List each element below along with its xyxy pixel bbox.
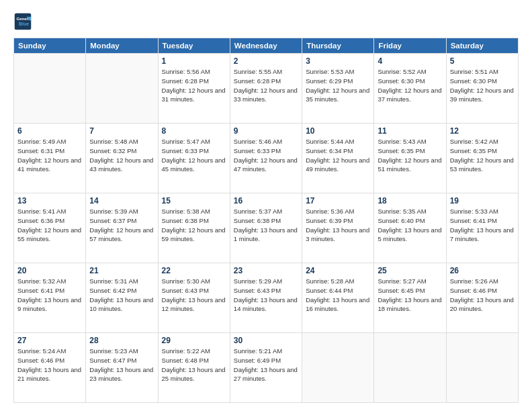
day-info: Sunrise: 5:56 AM Sunset: 6:28 PM Dayligh… bbox=[162, 67, 226, 104]
day-info: Sunrise: 5:28 AM Sunset: 6:44 PM Dayligh… bbox=[306, 277, 370, 314]
day-info: Sunrise: 5:43 AM Sunset: 6:35 PM Dayligh… bbox=[378, 137, 442, 174]
day-header-sunday: Sunday bbox=[14, 38, 86, 54]
day-info: Sunrise: 5:44 AM Sunset: 6:34 PM Dayligh… bbox=[306, 137, 370, 174]
logo: General Blue bbox=[13, 12, 35, 31]
calendar-cell: 24Sunrise: 5:28 AM Sunset: 6:44 PM Dayli… bbox=[302, 263, 374, 333]
day-info: Sunrise: 5:52 AM Sunset: 6:30 PM Dayligh… bbox=[378, 67, 442, 104]
calendar-header-row: SundayMondayTuesdayWednesdayThursdayFrid… bbox=[14, 38, 519, 54]
calendar-cell: 26Sunrise: 5:26 AM Sunset: 6:46 PM Dayli… bbox=[446, 263, 518, 333]
calendar-cell: 4Sunrise: 5:52 AM Sunset: 6:30 PM Daylig… bbox=[374, 54, 446, 124]
day-info: Sunrise: 5:30 AM Sunset: 6:43 PM Dayligh… bbox=[162, 277, 226, 314]
day-info: Sunrise: 5:33 AM Sunset: 6:41 PM Dayligh… bbox=[450, 207, 515, 244]
day-info: Sunrise: 5:51 AM Sunset: 6:30 PM Dayligh… bbox=[450, 67, 515, 104]
day-number: 8 bbox=[162, 126, 226, 136]
calendar-cell: 10Sunrise: 5:44 AM Sunset: 6:34 PM Dayli… bbox=[302, 124, 374, 193]
calendar-cell: 25Sunrise: 5:27 AM Sunset: 6:45 PM Dayli… bbox=[374, 263, 446, 333]
day-info: Sunrise: 5:24 AM Sunset: 6:46 PM Dayligh… bbox=[17, 347, 82, 383]
day-info: Sunrise: 5:32 AM Sunset: 6:41 PM Dayligh… bbox=[17, 277, 82, 314]
calendar-week-4: 20Sunrise: 5:32 AM Sunset: 6:41 PM Dayli… bbox=[14, 263, 519, 333]
day-info: Sunrise: 5:36 AM Sunset: 6:39 PM Dayligh… bbox=[306, 207, 370, 244]
calendar-cell: 28Sunrise: 5:23 AM Sunset: 6:47 PM Dayli… bbox=[86, 333, 158, 403]
day-number: 15 bbox=[162, 196, 226, 205]
calendar-week-2: 6Sunrise: 5:49 AM Sunset: 6:31 PM Daylig… bbox=[14, 124, 519, 193]
calendar-cell: 22Sunrise: 5:30 AM Sunset: 6:43 PM Dayli… bbox=[158, 263, 230, 333]
day-info: Sunrise: 5:22 AM Sunset: 6:48 PM Dayligh… bbox=[162, 347, 226, 383]
day-number: 3 bbox=[306, 56, 370, 66]
day-header-wednesday: Wednesday bbox=[230, 38, 302, 54]
day-number: 5 bbox=[450, 56, 515, 66]
day-number: 1 bbox=[162, 56, 226, 66]
calendar-cell: 29Sunrise: 5:22 AM Sunset: 6:48 PM Dayli… bbox=[158, 333, 230, 403]
day-number: 21 bbox=[89, 266, 154, 275]
calendar-cell: 23Sunrise: 5:29 AM Sunset: 6:43 PM Dayli… bbox=[230, 263, 302, 333]
day-number: 18 bbox=[378, 196, 442, 205]
svg-text:Blue: Blue bbox=[19, 21, 29, 26]
calendar-week-5: 27Sunrise: 5:24 AM Sunset: 6:46 PM Dayli… bbox=[14, 333, 519, 403]
day-info: Sunrise: 5:53 AM Sunset: 6:29 PM Dayligh… bbox=[306, 67, 370, 104]
day-info: Sunrise: 5:35 AM Sunset: 6:40 PM Dayligh… bbox=[378, 207, 442, 244]
day-number: 29 bbox=[162, 336, 226, 345]
day-number: 9 bbox=[234, 126, 298, 136]
calendar-cell: 17Sunrise: 5:36 AM Sunset: 6:39 PM Dayli… bbox=[302, 193, 374, 263]
day-number: 10 bbox=[306, 126, 370, 136]
day-number: 4 bbox=[378, 56, 442, 66]
day-number: 20 bbox=[17, 266, 82, 275]
calendar-cell bbox=[374, 333, 446, 403]
calendar-cell: 16Sunrise: 5:37 AM Sunset: 6:38 PM Dayli… bbox=[230, 193, 302, 263]
day-info: Sunrise: 5:26 AM Sunset: 6:46 PM Dayligh… bbox=[450, 277, 515, 314]
calendar-cell: 18Sunrise: 5:35 AM Sunset: 6:40 PM Dayli… bbox=[374, 193, 446, 263]
calendar-cell: 3Sunrise: 5:53 AM Sunset: 6:29 PM Daylig… bbox=[302, 54, 374, 124]
calendar-cell: 9Sunrise: 5:46 AM Sunset: 6:33 PM Daylig… bbox=[230, 124, 302, 193]
day-number: 16 bbox=[234, 196, 298, 205]
day-info: Sunrise: 5:27 AM Sunset: 6:45 PM Dayligh… bbox=[378, 277, 442, 314]
calendar-cell bbox=[14, 54, 86, 124]
calendar-cell: 27Sunrise: 5:24 AM Sunset: 6:46 PM Dayli… bbox=[14, 333, 86, 403]
calendar-cell: 20Sunrise: 5:32 AM Sunset: 6:41 PM Dayli… bbox=[14, 263, 86, 333]
day-number: 24 bbox=[306, 266, 370, 275]
day-info: Sunrise: 5:46 AM Sunset: 6:33 PM Dayligh… bbox=[234, 137, 298, 174]
day-header-monday: Monday bbox=[86, 38, 158, 54]
calendar-cell bbox=[302, 333, 374, 403]
day-number: 27 bbox=[17, 336, 82, 345]
calendar-cell: 15Sunrise: 5:38 AM Sunset: 6:38 PM Dayli… bbox=[158, 193, 230, 263]
header: General Blue bbox=[13, 12, 519, 31]
calendar-cell: 14Sunrise: 5:39 AM Sunset: 6:37 PM Dayli… bbox=[86, 193, 158, 263]
calendar-cell: 2Sunrise: 5:55 AM Sunset: 6:28 PM Daylig… bbox=[230, 54, 302, 124]
calendar-week-3: 13Sunrise: 5:41 AM Sunset: 6:36 PM Dayli… bbox=[14, 193, 519, 263]
calendar: SundayMondayTuesdayWednesdayThursdayFrid… bbox=[13, 38, 519, 403]
day-number: 28 bbox=[89, 336, 154, 345]
calendar-cell bbox=[86, 54, 158, 124]
day-number: 25 bbox=[378, 266, 442, 275]
day-info: Sunrise: 5:41 AM Sunset: 6:36 PM Dayligh… bbox=[17, 207, 82, 244]
day-number: 2 bbox=[234, 56, 298, 66]
calendar-cell: 19Sunrise: 5:33 AM Sunset: 6:41 PM Dayli… bbox=[446, 193, 518, 263]
logo-icon: General Blue bbox=[13, 12, 32, 31]
calendar-week-1: 1Sunrise: 5:56 AM Sunset: 6:28 PM Daylig… bbox=[14, 54, 519, 124]
day-info: Sunrise: 5:47 AM Sunset: 6:33 PM Dayligh… bbox=[162, 137, 226, 174]
calendar-cell: 1Sunrise: 5:56 AM Sunset: 6:28 PM Daylig… bbox=[158, 54, 230, 124]
day-number: 14 bbox=[89, 196, 154, 205]
day-number: 22 bbox=[162, 266, 226, 275]
day-header-friday: Friday bbox=[374, 38, 446, 54]
day-number: 11 bbox=[378, 126, 442, 136]
day-info: Sunrise: 5:55 AM Sunset: 6:28 PM Dayligh… bbox=[234, 67, 298, 104]
day-number: 13 bbox=[17, 196, 82, 205]
page: General Blue SundayMondayTuesdayWednesda… bbox=[0, 0, 532, 411]
calendar-cell: 30Sunrise: 5:21 AM Sunset: 6:49 PM Dayli… bbox=[230, 333, 302, 403]
day-info: Sunrise: 5:49 AM Sunset: 6:31 PM Dayligh… bbox=[17, 137, 82, 174]
calendar-cell: 11Sunrise: 5:43 AM Sunset: 6:35 PM Dayli… bbox=[374, 124, 446, 193]
day-info: Sunrise: 5:39 AM Sunset: 6:37 PM Dayligh… bbox=[89, 207, 154, 244]
day-number: 23 bbox=[234, 266, 298, 275]
day-info: Sunrise: 5:21 AM Sunset: 6:49 PM Dayligh… bbox=[234, 347, 298, 383]
day-number: 19 bbox=[450, 196, 515, 205]
calendar-cell: 21Sunrise: 5:31 AM Sunset: 6:42 PM Dayli… bbox=[86, 263, 158, 333]
calendar-cell: 8Sunrise: 5:47 AM Sunset: 6:33 PM Daylig… bbox=[158, 124, 230, 193]
calendar-cell: 12Sunrise: 5:42 AM Sunset: 6:35 PM Dayli… bbox=[446, 124, 518, 193]
day-info: Sunrise: 5:31 AM Sunset: 6:42 PM Dayligh… bbox=[89, 277, 154, 314]
day-info: Sunrise: 5:42 AM Sunset: 6:35 PM Dayligh… bbox=[450, 137, 515, 174]
day-number: 6 bbox=[17, 126, 82, 136]
day-info: Sunrise: 5:29 AM Sunset: 6:43 PM Dayligh… bbox=[234, 277, 298, 314]
calendar-cell: 7Sunrise: 5:48 AM Sunset: 6:32 PM Daylig… bbox=[86, 124, 158, 193]
calendar-cell: 6Sunrise: 5:49 AM Sunset: 6:31 PM Daylig… bbox=[14, 124, 86, 193]
day-number: 30 bbox=[234, 336, 298, 345]
